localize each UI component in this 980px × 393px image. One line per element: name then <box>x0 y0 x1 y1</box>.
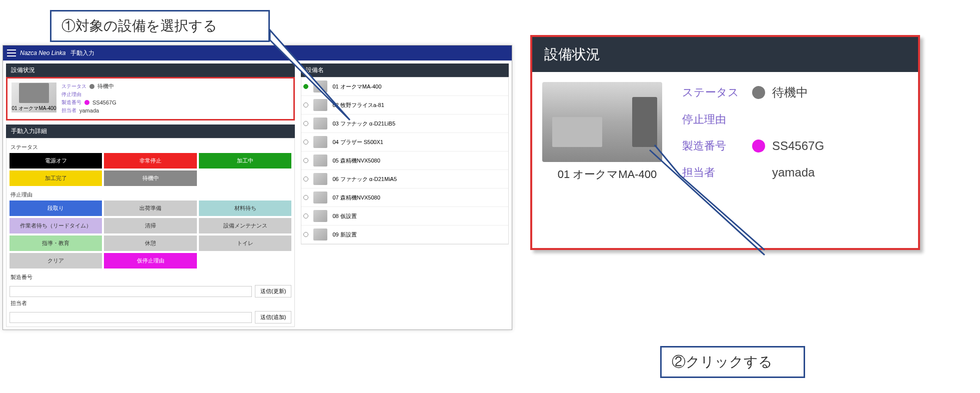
machine-icon <box>313 80 327 92</box>
equip-thumb: 01 オークマMA-400 <box>11 82 56 112</box>
radio-icon[interactable] <box>303 102 308 108</box>
label-status: ステータス <box>61 83 86 90</box>
radio-icon[interactable] <box>303 214 308 218</box>
status-section-label: ステータス <box>9 142 291 153</box>
enlarged-value-status: 待機中 <box>772 84 824 100</box>
status-button-3[interactable]: 加工完了 <box>9 170 102 186</box>
equip-list-item-2[interactable]: 03 ファナック α-D21LiB5 <box>301 114 508 133</box>
app-header: Nazca Neo Linka 手動入力 <box>3 46 512 60</box>
radio-icon[interactable] <box>303 158 308 163</box>
equip-list-label: 05 森精機NVX5080 <box>332 157 380 164</box>
equip-list-item-8[interactable]: 09 新設置 <box>301 226 508 244</box>
manual-input-panel: ステータス 電源オフ非常停止加工中加工完了待機中 停止理由 段取り出荷準備材料待… <box>6 138 295 327</box>
equip-list-label: 09 新設置 <box>332 231 356 238</box>
enlarged-thumb: 01 オークマMA-400 <box>542 82 672 182</box>
stopreason-button-9[interactable]: クリア <box>9 253 102 268</box>
radio-icon[interactable] <box>303 176 308 182</box>
callout-step1-text: ①対象の設備を選択する <box>61 18 217 34</box>
stopreason-button-4[interactable]: 清掃 <box>104 218 196 234</box>
stopreason-button-7[interactable]: 休憩 <box>104 236 196 251</box>
send-update-button[interactable]: 送信(更新) <box>255 285 291 298</box>
enlarged-label-stopreason[interactable]: 停止理由 <box>682 112 752 127</box>
enlarged-label-operator: 担当者 <box>682 165 752 180</box>
equip-list-label: 03 ファナック α-D21LiB5 <box>332 120 395 128</box>
serial-section-label: 製造番号 <box>9 272 291 283</box>
equip-list-item-4[interactable]: 05 森精機NVX5080 <box>301 152 508 170</box>
callout-step1: ①対象の設備を選択する <box>50 10 270 42</box>
operator-input[interactable] <box>9 312 252 323</box>
machine-icon <box>19 83 49 103</box>
radio-icon[interactable] <box>303 232 308 237</box>
enlarged-value-serial: SS4567G <box>772 139 824 153</box>
machine-icon <box>313 154 327 166</box>
stopreason-button-grid: 段取り出荷準備材料待ち作業者待ち（リードタイム）清掃設備メンテナンス指導・教育休… <box>9 200 291 268</box>
stopreason-button-1[interactable]: 出荷準備 <box>104 200 196 216</box>
equip-list-item-3[interactable]: 04 ブラザー S500X1 <box>301 133 508 152</box>
machine-icon <box>313 118 327 130</box>
equipment-list: 01 オークマMA-40002 牧野フライスa-8103 ファナック α-D21… <box>301 77 509 244</box>
enlarged-header: 設備状況 <box>532 37 918 72</box>
manual-input-header: 手動入力詳細 <box>6 124 295 138</box>
stopreason-button-3[interactable]: 作業者待ち（リードタイム） <box>9 218 102 234</box>
enlarged-value-operator: yamada <box>772 166 824 180</box>
radio-icon[interactable] <box>303 121 308 126</box>
equip-card-selected[interactable]: 01 オークマMA-400 ステータス 待機中 停止理由 製造番号 SS4567… <box>6 77 295 120</box>
hamburger-icon[interactable] <box>7 50 16 56</box>
serial-input[interactable] <box>9 286 252 297</box>
value-operator: yamada <box>79 108 99 114</box>
stopreason-section-label: 停止理由 <box>9 189 291 200</box>
equip-list-item-1[interactable]: 02 牧野フライスa-81 <box>301 96 508 114</box>
equip-list-item-6[interactable]: 07 森精機NVX5080 <box>301 188 508 207</box>
label-serial: 製造番号 <box>61 99 81 106</box>
equip-list-item-7[interactable]: 08 仮設置 <box>301 207 508 226</box>
status-button-4[interactable]: 待機中 <box>104 170 196 186</box>
enlarged-status-dot-icon <box>752 86 765 99</box>
left-pane: 設備状況 01 オークマMA-400 ステータス 待機中 停止理由 <box>3 60 298 330</box>
enlarged-panel: 設備状況 01 オークマMA-400 ステータス 待機中 停止理由 製造番号 S… <box>530 35 920 250</box>
right-pane: 設備名 01 オークマMA-40002 牧野フライスa-8103 ファナック α… <box>298 60 512 330</box>
value-status: 待機中 <box>97 82 114 90</box>
equip-list-label: 04 ブラザー S500X1 <box>332 138 383 146</box>
machine-icon <box>313 210 327 222</box>
equip-list-header: 設備名 <box>301 64 509 77</box>
value-serial: SS4567G <box>92 100 116 106</box>
enlarged-label-status: ステータス <box>682 85 752 100</box>
equip-status-header: 設備状況 <box>6 64 295 77</box>
radio-icon[interactable] <box>303 195 308 200</box>
equip-list-label: 08 仮設置 <box>332 212 356 220</box>
equip-list-item-5[interactable]: 06 ファナック α-D21MiA5 <box>301 170 508 188</box>
machine-icon <box>313 136 327 148</box>
enlarged-equip-name: 01 オークマMA-400 <box>542 167 672 182</box>
stopreason-button-0[interactable]: 段取り <box>9 200 102 216</box>
status-button-2[interactable]: 加工中 <box>199 153 291 168</box>
equip-list-item-0[interactable]: 01 オークマMA-400 <box>301 78 508 96</box>
machine-icon <box>313 173 327 185</box>
callout-step2: ②クリックする <box>660 346 805 378</box>
label-operator: 担当者 <box>61 107 76 114</box>
label-stop-reason[interactable]: 停止理由 <box>61 91 81 98</box>
stopreason-button-8[interactable]: トイレ <box>199 236 291 251</box>
machine-icon <box>313 228 327 240</box>
machine-icon-large <box>542 82 662 162</box>
serial-field-row: 送信(更新) <box>9 285 291 298</box>
stopreason-button-2[interactable]: 材料待ち <box>199 200 291 216</box>
operator-field-row: 送信(追加) <box>9 311 291 324</box>
send-new-button[interactable]: 送信(追加) <box>255 311 291 324</box>
stopreason-button-6[interactable]: 指導・教育 <box>9 236 102 251</box>
machine-icon <box>313 99 327 111</box>
enlarged-serial-dot-icon <box>752 140 765 152</box>
radio-icon[interactable] <box>303 140 308 144</box>
app-title: Nazca Neo Linka <box>20 50 65 56</box>
status-button-0[interactable]: 電源オフ <box>9 153 102 168</box>
status-dot-icon <box>89 84 94 89</box>
enlarged-label-serial: 製造番号 <box>682 138 752 154</box>
serial-dot-icon <box>84 100 89 105</box>
stopreason-button-10[interactable]: 仮停止理由 <box>104 253 196 268</box>
equip-list-label: 07 森精機NVX5080 <box>332 194 380 202</box>
enlarged-info-grid: ステータス 待機中 停止理由 製造番号 SS4567G 担当者 yamada <box>682 82 824 182</box>
radio-icon[interactable] <box>303 84 308 89</box>
equip-name-sm: 01 オークマMA-400 <box>12 105 56 112</box>
status-button-1[interactable]: 非常停止 <box>104 153 196 168</box>
equip-list-label: 06 ファナック α-D21MiA5 <box>332 176 397 183</box>
stopreason-button-5[interactable]: 設備メンテナンス <box>199 218 291 234</box>
